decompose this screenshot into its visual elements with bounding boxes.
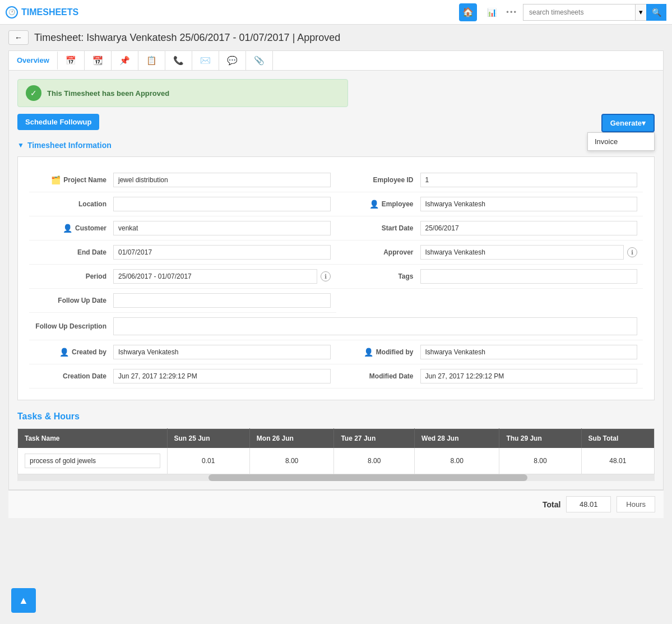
timesheet-info-section-header: ▼ Timesheet Information <box>17 141 655 150</box>
chevron-down-icon: ▼ <box>17 141 24 149</box>
approver-row: Approver Ishwarya Venkatesh ℹ <box>336 241 643 265</box>
created-by-value: Ishwarya Venkatesh <box>113 345 331 359</box>
col-tue: Tue 27 Jun <box>334 429 415 449</box>
employee-value: Ishwarya Venkatesh <box>420 197 638 211</box>
generate-dropdown: Generate▾ Invoice <box>601 114 655 132</box>
table-row: process of gold jewels 0.01 8.00 8.00 8.… <box>18 448 655 474</box>
more-options-icon[interactable]: ••• <box>506 8 517 16</box>
period-value-container: 25/06/2017 - 01/07/2017 ℹ <box>113 269 331 284</box>
created-by-label: 👤 Created by <box>35 348 113 357</box>
horizontal-scrollbar[interactable] <box>17 474 655 481</box>
follow-up-date-value <box>113 293 331 308</box>
task-wed-cell: 8.00 <box>415 448 499 474</box>
col-mon: Mon 26 Jun <box>249 429 334 449</box>
page-title: Timesheet: Ishwarya Venkatesh 25/06/2017… <box>34 32 340 44</box>
modified-date-row: Modified Date Jun 27, 2017 12:29:12 PM <box>336 364 643 389</box>
created-by-icon: 👤 <box>59 348 69 357</box>
approver-value-container: Ishwarya Venkatesh ℹ <box>420 245 638 260</box>
tab-calendar[interactable]: 📆 <box>85 51 112 70</box>
form-left-column: 🗂️ Project Name jewel distribution Locat… <box>29 168 336 313</box>
location-label: Location <box>35 200 113 208</box>
col-sun: Sun 25 Jun <box>167 429 249 449</box>
approval-banner: ✓ This Timesheet has been Approved <box>17 79 348 107</box>
paperclip-icon: 📎 <box>254 56 265 66</box>
location-value <box>113 197 331 211</box>
project-icon: 🗂️ <box>51 175 61 184</box>
tab-email[interactable]: ✉️ <box>192 51 219 70</box>
tab-calls[interactable]: 📞 <box>165 51 192 70</box>
search-container: ▾ 🔍 <box>523 4 666 21</box>
form-grid: 🗂️ Project Name jewel distribution Locat… <box>29 168 643 313</box>
approver-info-icon[interactable]: ℹ <box>627 247 637 257</box>
task-thu-cell: 8.00 <box>499 448 581 474</box>
generate-button[interactable]: Generate▾ <box>601 114 655 132</box>
modified-date-value: Jun 27, 2017 12:29:12 PM <box>420 369 638 383</box>
pin-icon: 📌 <box>119 56 130 66</box>
checkmark-icon: ✓ <box>26 85 41 101</box>
period-row: Period 25/06/2017 - 01/07/2017 ℹ <box>29 265 336 289</box>
follow-up-date-label: Follow Up Date <box>35 297 113 304</box>
total-value: 48.01 <box>566 496 611 512</box>
employee-row: 👤 Employee Ishwarya Venkatesh <box>336 192 643 216</box>
col-thu: Thu 29 Jun <box>499 429 581 449</box>
generate-menu: Invoice <box>587 132 655 151</box>
schedule-followup-button[interactable]: Schedule Followup <box>17 114 99 130</box>
tab-attachments[interactable]: 📎 <box>246 51 273 70</box>
title-row: ← Timesheet: Ishwarya Venkatesh 25/06/20… <box>8 30 664 45</box>
project-name-label: 🗂️ Project Name <box>35 175 113 184</box>
follow-up-desc-row: Follow Up Description <box>29 313 643 340</box>
tags-label: Tags <box>342 272 420 280</box>
chart-icon[interactable]: 📊 <box>483 3 500 21</box>
nav-icons-container: 🏠 📊 ••• ▾ 🔍 <box>459 3 666 21</box>
tasks-table-body: process of gold jewels 0.01 8.00 8.00 8.… <box>18 448 655 474</box>
end-date-value: 01/07/2017 <box>113 245 331 260</box>
total-label: Total <box>543 500 560 509</box>
task-name-input: process of gold jewels <box>25 454 160 468</box>
customer-value: venkat <box>113 221 331 235</box>
tab-history[interactable]: 📅 <box>58 51 85 70</box>
col-task-name: Task Name <box>18 429 168 449</box>
section-title: Timesheet Information <box>27 141 112 150</box>
tasks-section: Tasks & Hours Task Name Sun 25 Jun Mon 2… <box>17 412 655 481</box>
tasks-table-header: Task Name Sun 25 Jun Mon 26 Jun Tue 27 J… <box>18 429 655 449</box>
home-icon[interactable]: 🏠 <box>459 3 477 21</box>
back-button[interactable]: ← <box>8 30 29 45</box>
start-date-row: Start Date 25/06/2017 <box>336 216 643 241</box>
scroll-to-top-button[interactable]: ▲ <box>11 588 36 613</box>
modified-by-label: 👤 Modified by <box>342 348 420 357</box>
creation-date-value: Jun 27, 2017 12:29:12 PM <box>113 369 331 383</box>
follow-up-desc-value <box>113 317 637 335</box>
approval-text: This Timesheet has been Approved <box>47 89 169 98</box>
tab-notes[interactable]: 📋 <box>138 51 165 70</box>
tasks-table: Task Name Sun 25 Jun Mon 26 Jun Tue 27 J… <box>17 428 655 474</box>
scroll-thumb <box>208 474 527 481</box>
period-info-icon[interactable]: ℹ <box>321 271 331 281</box>
approver-label: Approver <box>342 248 420 256</box>
task-tue-cell: 8.00 <box>334 448 415 474</box>
customer-label: 👤 Customer <box>35 224 113 233</box>
invoice-menu-item[interactable]: Invoice <box>588 133 654 150</box>
modified-by-value: Ishwarya Venkatesh <box>420 345 638 359</box>
tab-overview[interactable]: Overview <box>9 52 58 70</box>
page-content: ← Timesheet: Ishwarya Venkatesh 25/06/20… <box>0 25 672 624</box>
chat-icon: 💬 <box>227 56 238 66</box>
tab-pin[interactable]: 📌 <box>112 51 138 70</box>
search-button[interactable]: 🔍 <box>646 4 666 21</box>
app-title: 🕐 TIMESHEETS <box>6 6 78 19</box>
phone-icon: 📞 <box>173 56 184 66</box>
search-input[interactable] <box>523 4 635 21</box>
calendar-icon: 📆 <box>92 56 103 66</box>
tab-chat[interactable]: 💬 <box>219 51 246 70</box>
customer-icon: 👤 <box>63 224 72 233</box>
created-by-column: 👤 Created by Ishwarya Venkatesh Creation… <box>29 340 336 389</box>
task-mon-cell: 8.00 <box>249 448 334 474</box>
approver-value: Ishwarya Venkatesh <box>420 245 624 260</box>
creation-date-label: Creation Date <box>35 372 113 380</box>
clock-icon: 🕐 <box>6 6 18 19</box>
employee-label: 👤 Employee <box>342 200 420 209</box>
search-dropdown-button[interactable]: ▾ <box>635 4 646 21</box>
customer-row: 👤 Customer venkat <box>29 216 336 241</box>
task-subtotal-cell: 48.01 <box>581 448 654 474</box>
tags-row: Tags <box>336 265 643 289</box>
location-row: Location <box>29 192 336 216</box>
